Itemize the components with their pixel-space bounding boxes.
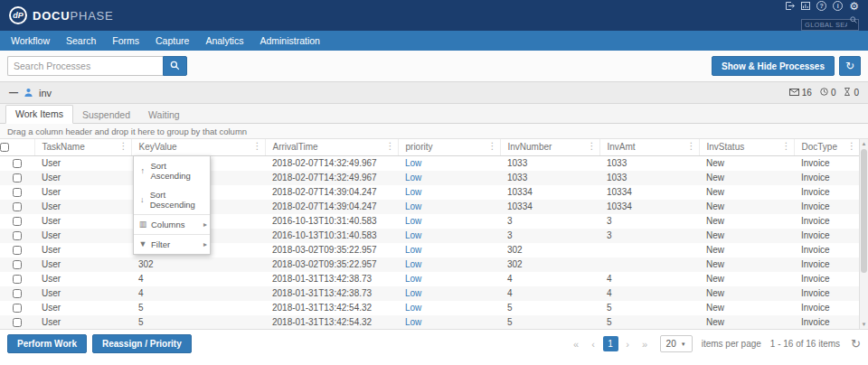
search-processes-input[interactable] [7,56,163,76]
column-header-arrivaltime[interactable]: ArrivalTime⋮ [265,139,398,155]
nav-item-forms[interactable]: Forms [104,31,147,51]
tab-suspended[interactable]: Suspended [73,107,139,124]
items-per-page-label: items per page [702,339,761,349]
column-header-invnumber[interactable]: InvNumber⋮ [500,139,599,155]
column-header-priority[interactable]: priority⋮ [398,139,500,155]
table-row[interactable]: User10332018-02-07T14:32:49.967Low103310… [0,171,859,185]
row-checkbox[interactable] [13,318,22,327]
cell-doctype: Invoice [794,155,859,171]
column-menu-icon[interactable]: ⋮ [253,142,262,151]
table-row[interactable]: User3022018-03-02T09:35:22.957Low302NewI… [0,243,859,257]
table-row[interactable]: User42018-01-31T13:42:38.73Low44NewInvoi… [0,286,859,301]
row-checkbox[interactable] [13,217,22,226]
table-row[interactable]: User52018-01-31T13:42:54.32Low55NewInvoi… [0,301,859,315]
prev-page-button[interactable]: ‹ [586,336,601,351]
table-row[interactable]: User42018-01-31T13:42:38.73Low44NewInvoi… [0,272,859,286]
table-row[interactable]: User52018-01-31T13:42:54.32Low55NewInvoi… [0,315,859,330]
cell-priority: Low [398,257,500,272]
table-row[interactable]: User32016-10-13T10:31:40.583Low33NewInvo… [0,229,859,243]
select-all-checkbox[interactable] [0,143,9,152]
scroll-down-icon[interactable]: ▼ [860,320,868,329]
column-header-keyvalue[interactable]: KeyValue⋮ [131,139,265,155]
nav-item-workflow[interactable]: Workflow [3,31,58,51]
brand-logo[interactable]: dP DOCUPHASE [9,6,114,24]
column-menu-icon[interactable]: ⋮ [488,142,497,151]
current-page-button[interactable]: 1 [603,336,618,351]
table-row[interactable]: User103342018-02-07T14:39:04.247Low10334… [0,200,859,214]
cell-invnumber: 302 [500,243,599,257]
settings-gear-icon[interactable]: ⚙ [849,1,859,12]
export-icon[interactable] [786,2,795,10]
column-header-taskname[interactable]: TaskName⋮ [34,139,131,155]
row-checkbox[interactable] [13,159,22,168]
help-icon[interactable]: ? [816,1,826,11]
row-checkbox[interactable] [13,260,22,269]
column-menu-icon[interactable]: ⋮ [687,142,696,151]
tab-work-items[interactable]: Work Items [5,105,73,124]
scrollbar-track[interactable] [860,148,868,320]
nav-item-administration[interactable]: Administration [251,31,328,51]
suspended-count: 0 [820,88,836,98]
filter-icon: ▼ [138,240,147,248]
menu-item-filter[interactable]: ▼Filter▸ [134,234,210,254]
menu-item-columns[interactable]: ▥Columns▸ [134,214,210,234]
table-row[interactable]: User10332018-02-07T14:32:49.967Low103310… [0,155,859,171]
refresh-processes-button[interactable]: ↻ [839,56,861,76]
row-checkbox[interactable] [13,231,22,240]
table-row[interactable]: User3022018-03-02T09:35:22.957Low302NewI… [0,257,859,272]
menu-item-sort-ascending[interactable]: ↑Sort Ascending [134,156,210,185]
cell-invamt: 5 [599,315,699,330]
info-icon[interactable]: i [833,1,843,11]
column-menu-icon[interactable]: ⋮ [386,142,395,151]
tab-strip: Work ItemsSuspendedWaiting [0,104,868,124]
cell-priority: Low [398,301,500,315]
next-page-button[interactable]: › [620,336,636,351]
global-search-icon[interactable] [850,16,857,23]
search-processes-button[interactable] [163,56,187,76]
chevron-down-icon: ▼ [681,342,686,347]
column-menu-icon[interactable]: ⋮ [588,142,597,151]
nav-item-search[interactable]: Search [58,31,104,51]
row-checkbox[interactable] [13,202,22,211]
pager-refresh-icon[interactable]: ↻ [851,338,861,350]
reports-icon[interactable] [801,2,810,10]
collapse-icon[interactable]: — [9,89,18,98]
process-group-row[interactable]: — inv 16 0 0 [0,81,868,104]
column-header-invamt[interactable]: InvAmt⋮ [599,139,699,155]
column-header-doctype[interactable]: DocType⋮ [794,139,859,155]
row-checkbox[interactable] [13,304,22,313]
group-by-hint[interactable]: Drag a column header and drop it here to… [0,124,868,139]
column-menu-icon[interactable]: ⋮ [119,142,128,151]
nav-item-capture[interactable]: Capture [147,31,197,51]
cell-invstatus: New [699,257,794,272]
tab-waiting[interactable]: Waiting [139,107,189,124]
perform-work-button[interactable]: Perform Work [7,334,87,353]
table-row[interactable]: User32016-10-13T10:31:40.583Low33NewInvo… [0,214,859,229]
cell-taskname: User [34,229,131,243]
vertical-scrollbar[interactable]: ▲ ▼ [859,139,868,329]
last-page-button[interactable]: » [637,336,653,351]
row-checkbox[interactable] [13,289,22,298]
menu-item-sort-descending[interactable]: ↓Sort Descending [134,185,210,214]
reassign-priority-button[interactable]: Reassign / Priority [92,334,192,353]
row-checkbox[interactable] [13,275,22,284]
cell-invstatus: New [699,171,794,185]
row-checkbox[interactable] [13,173,22,182]
cell-priority: Low [398,200,500,214]
submenu-arrow-icon: ▸ [203,221,207,229]
show-hide-processes-button[interactable]: Show & Hide Processes [712,56,835,76]
cell-taskname: User [34,214,131,229]
cell-taskname: User [34,155,131,171]
column-menu-icon[interactable]: ⋮ [782,142,791,151]
column-menu-icon[interactable]: ⋮ [847,142,856,151]
first-page-button[interactable]: « [569,336,584,351]
scroll-up-icon[interactable]: ▲ [860,139,868,148]
table-row[interactable]: User103342018-02-07T14:39:04.247Low10334… [0,185,859,200]
scrollbar-thumb[interactable] [861,149,867,273]
column-header-invstatus[interactable]: InvStatus⋮ [699,139,794,155]
page-size-select[interactable]: 20 ▼ [660,335,693,352]
cell-invstatus: New [699,229,794,243]
row-checkbox[interactable] [13,188,22,197]
nav-item-analytics[interactable]: Analytics [197,31,251,51]
row-checkbox[interactable] [13,246,22,255]
